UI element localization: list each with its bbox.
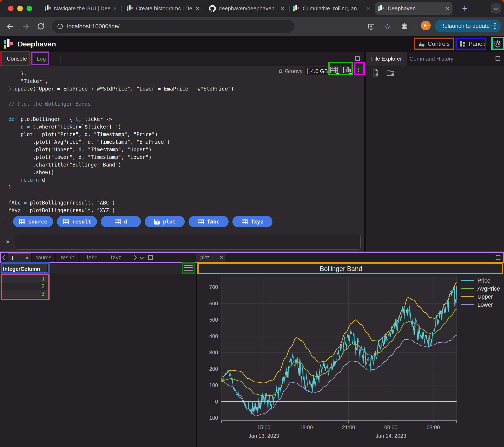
console-prompt: > (5, 234, 9, 249)
console-tab-bar: Console Log (0, 52, 364, 66)
minimize-window-button[interactable] (17, 6, 23, 11)
maximize-grid-stack-icon[interactable] (147, 253, 154, 263)
open-source-button[interactable]: source (13, 216, 53, 227)
back-arrow-icon (6, 22, 15, 31)
new-file-button[interactable] (370, 68, 380, 78)
table-row[interactable]: 3 (0, 290, 48, 298)
table-panel[interactable]: IntegerColumn 123 (0, 263, 196, 447)
maximize-console-icon[interactable] (355, 56, 360, 61)
browser-window: Navigate the GUI | Dee×Create histograms… (0, 0, 504, 447)
browser-menu-icon[interactable] (494, 23, 496, 29)
tab-console[interactable]: Console (1, 52, 32, 66)
code-line (8, 108, 364, 116)
close-plot-tab-icon[interactable]: × (220, 254, 223, 261)
svg-text:400: 400 (209, 333, 218, 339)
browser-tab-create-histograms-de[interactable]: Create histograms | De× (123, 0, 203, 17)
code-line: .chartTitle("Bollinger Band") (8, 161, 364, 169)
deephaven-logo (4, 39, 13, 49)
tab-title: Deephaven (388, 5, 442, 12)
tab-separator (122, 5, 122, 12)
svg-text:300: 300 (209, 350, 218, 355)
address-bar[interactable]: localhost:10000/ide/ (52, 20, 294, 33)
table-icon (198, 218, 204, 225)
close-tab-icon[interactable]: × (366, 5, 370, 12)
close-tab-icon[interactable]: × (113, 5, 117, 12)
close-panel-tab-icon[interactable]: × (25, 255, 29, 261)
install-app-button[interactable] (366, 21, 377, 32)
code-fold-marker[interactable]: - (3, 216, 5, 227)
browser-tab-cumulative-rolling-an[interactable]: Cumulative, rolling, an× (290, 0, 373, 17)
grid-column-header[interactable]: IntegerColumn (0, 264, 48, 274)
browser-tab-deephaven-deephaven[interactable]: deephaven/deephaven× (206, 0, 288, 17)
open-result-button[interactable]: result (57, 216, 97, 227)
panels-grid-icon (459, 41, 466, 47)
svg-text:Jan 13, 2023: Jan 13, 2023 (249, 433, 279, 439)
table-menu-button[interactable] (184, 265, 193, 271)
table-row[interactable]: 1 (0, 275, 48, 283)
tab-title: Cumulative, rolling, an (303, 5, 363, 12)
browser-tab-deephaven[interactable]: Deephaven× (375, 2, 452, 15)
code-line: return d (8, 176, 364, 184)
code-line: fAbc = plotBollinger(result, "ABC") (8, 199, 364, 207)
chart-title: Bollinger Band (197, 264, 504, 274)
tab-command-history[interactable]: Command History (404, 52, 458, 66)
bollinger-chart[interactable]: −100010020030040050060070015:00Jan 13, 2… (197, 274, 504, 447)
tabs-scroll-right-button[interactable] (130, 253, 138, 263)
console-editor[interactable]: Groovy 4.0 GB (0, 66, 364, 253)
chart-icon (154, 218, 160, 225)
panel-tab-source[interactable]: source (32, 253, 56, 263)
code-editor-content[interactable]: ), "Ticker",).update("Upper = EmaPrice +… (0, 70, 364, 214)
open-fAbc-button[interactable]: fAbc (189, 216, 229, 227)
reload-button[interactable] (36, 21, 46, 32)
button-label: fXyz (251, 219, 263, 225)
panel-tab-label: result (61, 254, 74, 261)
browser-tab-navigate-the-gui-dee[interactable]: Navigate the GUI | Dee× (41, 0, 120, 17)
code-line: .plot("AvgPrice", d, "Timestamp", "EmaPr… (8, 138, 364, 146)
close-window-button[interactable] (8, 6, 14, 11)
panel-tab-label: fAbc (87, 254, 97, 261)
chart-panel[interactable]: Bollinger Band −100010020030040050060070… (197, 263, 504, 447)
tabs-list-button[interactable] (138, 253, 146, 263)
extensions-button[interactable] (399, 21, 410, 32)
new-tab-button[interactable]: + (459, 3, 470, 14)
open-d-button[interactable]: d (101, 216, 141, 227)
settings-button[interactable] (493, 39, 502, 49)
bookmark-button[interactable]: ☆ (382, 21, 393, 32)
maximize-chart-stack-icon[interactable] (494, 253, 502, 263)
panels-button[interactable]: Panels (459, 39, 487, 49)
chevron-right-icon (132, 255, 137, 260)
panel-tab-fAbc[interactable]: fAbc (80, 253, 104, 263)
open-fXyz-button[interactable]: fXyz (232, 216, 272, 227)
explorer-file-list[interactable] (366, 81, 504, 253)
tab-log[interactable]: Log (31, 52, 51, 66)
tab-overflow-button[interactable] (491, 3, 501, 14)
open-plot-button[interactable]: plot (145, 216, 185, 227)
button-label: d (124, 219, 127, 225)
browser-tab-bar: Navigate the GUI | Dee×Create histograms… (0, 0, 504, 17)
relaunch-to-update-button[interactable]: Relaunch to update (435, 20, 501, 32)
site-info-icon[interactable] (57, 23, 63, 30)
panel-tab-t[interactable]: t× (8, 253, 32, 263)
profile-avatar[interactable]: E (421, 21, 431, 30)
controls-button[interactable]: Controls (418, 39, 450, 49)
forward-button[interactable] (20, 21, 31, 32)
bottom-panels: IntegerColumn 123 Bollinger Band −100010… (0, 263, 504, 447)
svg-text:200: 200 (209, 366, 218, 372)
tab-plot[interactable]: plot × (196, 253, 226, 263)
zoom-window-button[interactable] (27, 6, 32, 11)
back-button[interactable] (5, 21, 16, 32)
panel-tab-fXyz[interactable]: fXyz (104, 253, 128, 263)
close-tab-icon[interactable]: × (445, 5, 449, 12)
reload-icon (37, 22, 45, 30)
tab-file-explorer[interactable]: File Explorer (366, 52, 407, 66)
tab-title: Create histograms | De (136, 5, 193, 12)
new-folder-button[interactable] (386, 68, 396, 78)
svg-text:Upper: Upper (477, 293, 493, 300)
console-input[interactable] (16, 234, 360, 250)
close-tab-icon[interactable]: × (281, 5, 285, 12)
close-tab-icon[interactable]: × (196, 5, 199, 12)
panel-tab-result[interactable]: result (56, 253, 80, 263)
maximize-explorer-icon[interactable] (496, 56, 500, 61)
table-row[interactable]: 2 (0, 283, 48, 290)
tabs-scroll-left-button[interactable] (1, 253, 8, 263)
